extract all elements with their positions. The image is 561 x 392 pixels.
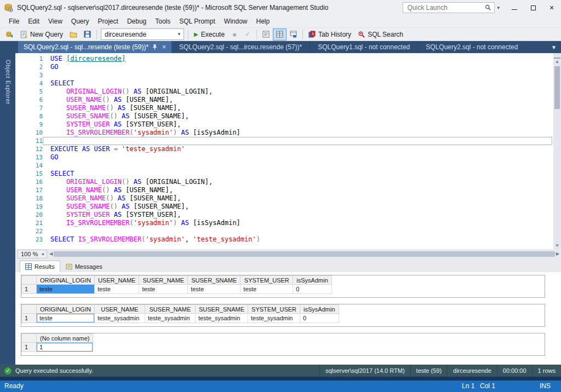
scroll-up-icon[interactable]: ▲	[555, 59, 559, 65]
grid-corner-cell[interactable]	[22, 334, 37, 343]
menu-item-debug[interactable]: Debug	[123, 16, 151, 27]
code-line[interactable]: 14	[15, 162, 553, 170]
database-dropdown[interactable]: dirceuresende ▼	[101, 28, 184, 40]
grid-cell[interactable]: teste	[94, 285, 139, 294]
execute-button[interactable]: ▶ Execute	[191, 28, 228, 41]
grid-column-header[interactable]: isSysAdmin	[293, 276, 331, 285]
splitter-grip-icon[interactable]	[554, 54, 560, 59]
results-to-text-button[interactable]	[259, 28, 273, 41]
minimize-button[interactable]	[505, 0, 524, 15]
grid-cell[interactable]: teste_sysadmin	[94, 314, 145, 323]
close-button[interactable]: ×	[542, 0, 561, 15]
code-line[interactable]: 16 ORIGINAL_LOGIN() AS [ORIGINAL_LOGIN],	[15, 178, 553, 186]
menu-item-window[interactable]: Window	[220, 16, 252, 27]
code-line[interactable]: 22	[15, 227, 553, 235]
code-line[interactable]: 13GO	[15, 153, 553, 162]
menu-item-tools[interactable]: Tools	[151, 16, 175, 27]
zoom-dropdown[interactable]: 100 % ▼	[18, 250, 47, 258]
tab-history-button[interactable]: Tab History	[305, 28, 354, 41]
tab-sqlquery2-not-connected[interactable]: SQLQuery2.sql - not connected	[417, 41, 525, 53]
grid-corner-cell[interactable]	[22, 276, 37, 285]
code-line[interactable]: 5 ORIGINAL_LOGIN() AS [ORIGINAL_LOGIN],	[15, 88, 553, 96]
code-line[interactable]: 2GO	[15, 63, 553, 71]
editor-vertical-scrollbar[interactable]: ▲ ▼	[553, 53, 561, 249]
grid-row-number[interactable]: 1	[22, 285, 37, 294]
grid-column-header[interactable]: SUSER_SNAME	[195, 305, 248, 314]
tab-list-chevron-icon[interactable]: ▼	[547, 41, 561, 53]
code-line[interactable]: 9 SYSTEM_USER AS [SYSTEM_USER],	[15, 120, 553, 129]
code-line[interactable]: 6 USER_NAME() AS [USER_NAME],	[15, 96, 553, 104]
grid-column-header[interactable]: SYSTEM_USER	[248, 305, 300, 314]
cancel-query-button[interactable]: ■	[228, 28, 241, 41]
code-line[interactable]: 8 SUSER_SNAME() AS [SUSER_SNAME],	[15, 112, 553, 120]
tab-results[interactable]: Results	[20, 261, 60, 272]
results-to-file-button[interactable]	[287, 28, 300, 41]
grid-cell[interactable]: 1	[37, 343, 93, 352]
tab-messages[interactable]: Messages	[60, 261, 108, 272]
scroll-down-icon[interactable]: ▼	[555, 243, 559, 249]
grid-column-header[interactable]: isSysAdmin	[300, 305, 339, 314]
scrollbar-thumb[interactable]	[54, 251, 555, 257]
code-line[interactable]: 18 SUSER_NAME() AS [SUSER_NAME],	[15, 194, 553, 203]
scroll-left-icon[interactable]: ◀	[49, 251, 53, 257]
code-line[interactable]: 11	[15, 137, 553, 145]
sql-search-button[interactable]: SQL Search	[354, 28, 407, 41]
menu-item-file[interactable]: File	[4, 16, 24, 27]
open-file-button[interactable]	[66, 28, 81, 41]
grid-column-header[interactable]: SUSER_NAME	[145, 305, 195, 314]
code-line[interactable]: 12EXECUTE AS USER = 'teste_sysadmin'	[15, 145, 553, 153]
menu-item-help[interactable]: Help	[252, 16, 274, 27]
grid-cell[interactable]: teste	[139, 285, 188, 294]
menu-item-view[interactable]: View	[44, 16, 67, 27]
grid-cell[interactable]: teste	[241, 285, 293, 294]
quick-launch-input[interactable]: Quick Launch	[403, 2, 495, 13]
chevron-down-icon[interactable]: ▾	[495, 5, 502, 10]
grid-column-header[interactable]: ORIGINAL_LOGIN	[37, 276, 95, 285]
grid-column-header[interactable]: SUSER_SNAME	[188, 276, 241, 285]
tab-sqlquery2-teste59[interactable]: SQLQuery2.sql - sql...resende (teste (59…	[18, 41, 171, 53]
code-line[interactable]: 10 IS_SRVROLEMEMBER('sysadmin') AS [isSy…	[15, 129, 553, 137]
maximize-button[interactable]	[524, 0, 542, 15]
close-icon[interactable]: ×	[161, 43, 167, 51]
grid-column-header[interactable]: SUSER_NAME	[139, 276, 188, 285]
code-line[interactable]: 4SELECT	[15, 79, 553, 88]
code-line[interactable]: 19 SUSER_SNAME() AS [SUSER_SNAME],	[15, 203, 553, 211]
code-editor[interactable]: 1USE [dirceuresende]2GO34SELECT5 ORIGINA…	[15, 53, 561, 249]
code-line[interactable]: 3	[15, 71, 553, 79]
new-query-button[interactable]: New Query	[17, 28, 66, 41]
object-explorer-tab[interactable]: Object Explorer	[2, 55, 14, 109]
code-line[interactable]: 23SELECT IS_SRVROLEMEMBER('sysadmin', 't…	[15, 235, 553, 244]
code-line[interactable]: 15SELECT	[15, 170, 553, 178]
connect-object-explorer-button[interactable]	[3, 28, 17, 41]
grid-cell[interactable]: teste	[188, 285, 241, 294]
scrollbar-thumb[interactable]	[554, 66, 560, 109]
results-to-grid-button[interactable]	[273, 28, 287, 41]
code-line[interactable]: 17 USER_NAME() AS [USER_NAME],	[15, 186, 553, 194]
pin-icon[interactable]	[152, 44, 158, 50]
grid-row-number[interactable]: 1	[22, 343, 37, 352]
grid-cell[interactable]: teste	[37, 314, 95, 323]
editor-horizontal-scrollbar[interactable]: ◀ ▶	[49, 250, 559, 258]
code-line[interactable]: 7 SUSER_NAME() AS [SUSER_NAME],	[15, 104, 553, 112]
parse-button[interactable]: ✓	[241, 28, 254, 41]
scroll-right-icon[interactable]: ▶	[556, 251, 559, 257]
grid-cell[interactable]: 0	[300, 314, 339, 323]
menu-item-project[interactable]: Project	[94, 16, 123, 27]
code-line[interactable]: 21 IS_SRVROLEMEMBER('sysadmin') AS [isSy…	[15, 219, 553, 227]
grid-cell[interactable]: teste_sysadmin	[248, 314, 300, 323]
menu-item-query[interactable]: Query	[67, 16, 94, 27]
menu-item-edit[interactable]: Edit	[24, 16, 44, 27]
grid-column-header[interactable]: USER_NAME	[94, 305, 145, 314]
grid-column-header[interactable]: ORIGINAL_LOGIN	[37, 305, 95, 314]
grid-column-header[interactable]: USER_NAME	[94, 276, 139, 285]
code-line[interactable]: 20 SYSTEM_USER AS [SYSTEM_USER],	[15, 211, 553, 219]
grid-cell[interactable]: teste_sysadmin	[195, 314, 248, 323]
code-line[interactable]: 1USE [dirceuresende]	[15, 55, 553, 63]
tab-sqlquery2-57[interactable]: SQLQuery2.sql - sql...irceu.resende (57)…	[171, 41, 310, 53]
menu-item-sql-prompt[interactable]: SQL Prompt	[175, 16, 220, 27]
save-button[interactable]	[81, 28, 94, 41]
grid-cell[interactable]: 0	[293, 285, 331, 294]
grid-corner-cell[interactable]	[22, 305, 37, 314]
grid-cell[interactable]: teste	[37, 285, 95, 294]
grid-row-number[interactable]: 1	[22, 314, 37, 323]
